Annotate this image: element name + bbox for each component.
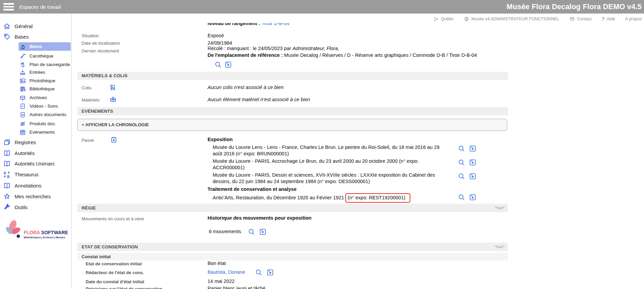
open-book-icon bbox=[3, 182, 11, 190]
user-icon bbox=[464, 16, 469, 22]
books-icon bbox=[19, 86, 26, 92]
back-to-top-link[interactable]: ^haut^ bbox=[495, 206, 505, 210]
svg-text:Bibliothèques | Archives | Mus: Bibliothèques | Archives | Musées bbox=[24, 236, 65, 239]
redacteur-label: Rédacteur de l'état de cons. bbox=[86, 270, 144, 275]
sidebar-item-bases[interactable]: Bases bbox=[3, 32, 29, 41]
materiels-label: Matériels bbox=[82, 97, 100, 103]
search-icon[interactable] bbox=[458, 159, 465, 166]
open-book-icon bbox=[3, 160, 11, 168]
mouvements-count: 6 mouvements bbox=[209, 229, 241, 234]
flora-petals-icon bbox=[5, 219, 21, 236]
quit-button[interactable]: Quitter bbox=[433, 16, 454, 22]
precisions-value: Papier blanc jauni et tâché bbox=[208, 286, 265, 289]
help-link[interactable]: ?Aide bbox=[602, 16, 615, 22]
recolement-value: Récolé : manquant : le 24/05/2023 par Ad… bbox=[208, 46, 339, 51]
carrot-icon bbox=[19, 53, 26, 60]
hamburger-menu-icon[interactable] bbox=[3, 3, 14, 11]
top-bar: Espaces de travail Musée Flora Decalog F… bbox=[0, 0, 644, 14]
mail-icon bbox=[570, 16, 575, 22]
svg-text:FLORA SOFTWARE: FLORA SOFTWARE bbox=[24, 230, 68, 235]
sidebar-item-mes-recherches[interactable]: Mes recherches bbox=[3, 192, 51, 201]
open-record-icon[interactable] bbox=[469, 173, 476, 180]
open-record-icon[interactable] bbox=[266, 269, 274, 276]
sidebar-item-plan-sauvegarde[interactable]: Plan de sauvegarde bbox=[19, 60, 71, 69]
recolement-label: Dernier récolement bbox=[82, 48, 119, 53]
sidebar-item-produits-doc[interactable]: Produits doc. bbox=[19, 119, 71, 128]
archive-box-icon bbox=[19, 94, 26, 101]
toolbox-icon bbox=[109, 95, 117, 103]
open-book-icon bbox=[3, 149, 11, 157]
exposition-item: Musée du Louvre Lens - Lens - France, Ch… bbox=[213, 144, 450, 157]
traitement-title: Traitement de conservation et analyse bbox=[208, 186, 297, 192]
passe-label: Passé bbox=[82, 138, 94, 143]
toggle-chronologie-button[interactable]: + AFFICHER LA CHRONOLOGIE bbox=[77, 119, 507, 131]
registers-icon bbox=[3, 138, 11, 146]
home-icon bbox=[3, 22, 11, 30]
exposition-title: Exposition bbox=[208, 137, 233, 142]
emplacement-value: De l'emplacement de référence : Musée De… bbox=[208, 52, 477, 58]
search-icon[interactable] bbox=[458, 173, 465, 180]
sidebar-item-annotations[interactable]: Annotations bbox=[3, 181, 41, 190]
back-to-top-link[interactable]: ^haut^ bbox=[495, 245, 505, 249]
open-record-icon[interactable] bbox=[469, 159, 476, 166]
open-record-icon[interactable] bbox=[469, 194, 476, 201]
sidebar-item-autorites-unimarc[interactable]: Autorités Unimarc bbox=[3, 159, 55, 168]
user-menu[interactable]: Musée v4 ADMINISTRATEUR FONCTIONNEL bbox=[464, 16, 559, 22]
section-etat-conservation: ETAT DE CONSERVATION^haut^ bbox=[77, 243, 508, 251]
trolley-icon bbox=[109, 83, 117, 91]
sidebar-item-phototheque[interactable]: Photothèque bbox=[19, 76, 71, 85]
sidebar-item-autorites[interactable]: Autorités bbox=[3, 149, 35, 157]
search-icon[interactable] bbox=[458, 194, 465, 201]
video-file-icon bbox=[19, 103, 26, 110]
exposition-item: Musée du Louvre - PARIS, Dessin et scien… bbox=[213, 172, 450, 184]
colis-empty-value: Aucun colis n'est associé à ce bien bbox=[208, 85, 283, 90]
sidebar-item-bibliotheque[interactable]: Bibliothèque bbox=[19, 85, 71, 93]
calendar-icon bbox=[19, 129, 26, 136]
main-content: Quitter Musée v4 ADMINISTRATEUR FONCTION… bbox=[72, 14, 644, 289]
about-link[interactable]: A propos bbox=[625, 17, 642, 21]
sidebar-item-outils[interactable]: Outils bbox=[3, 203, 27, 212]
sidebar-item-carotheque[interactable]: Carothèque bbox=[19, 52, 71, 60]
sidebar-item-thesaurus[interactable]: Thesaurus bbox=[3, 170, 39, 179]
contact-link[interactable]: Contact bbox=[570, 16, 592, 22]
search-icon[interactable] bbox=[248, 228, 255, 236]
localisation-label: Date de localisation bbox=[82, 41, 120, 46]
logout-icon bbox=[433, 16, 439, 22]
etat-initial-value: Bon état bbox=[208, 261, 226, 266]
situation-value: Exposé bbox=[208, 33, 224, 38]
extinguisher-icon bbox=[19, 61, 26, 68]
rangement-link[interactable]: Tiroir D-B-04 bbox=[261, 23, 289, 26]
workspace-label: Espaces de travail bbox=[19, 4, 61, 10]
sidebar-item-archives[interactable]: Archives bbox=[19, 93, 71, 102]
clipped-rangement-line: Niveau de rangement : Tiroir D-B-04 bbox=[208, 23, 465, 29]
date-constat-label: Date du constat d'état initial bbox=[86, 279, 144, 284]
sidebar-item-autres-documents[interactable]: Autres documents bbox=[19, 110, 71, 119]
search-icon[interactable] bbox=[255, 269, 262, 276]
precisions-label: Précisions sur l'état de conservation bbox=[86, 286, 162, 289]
date-constat-value: 14 mai 2022 bbox=[208, 279, 235, 284]
sidebar-item-entrees[interactable]: Entrées bbox=[19, 68, 71, 76]
situation-label: Situation bbox=[82, 33, 99, 38]
sidebar-item-registres[interactable]: Registres bbox=[3, 138, 36, 147]
sidebar-item-videos-sons[interactable]: Vidéos - Sons bbox=[19, 102, 71, 110]
rangement-label: Niveau de rangement : bbox=[208, 23, 260, 26]
etat-initial-label: Etat de conservation initial bbox=[86, 261, 142, 266]
tag-icon bbox=[3, 33, 11, 41]
open-record-icon[interactable] bbox=[224, 61, 232, 68]
sidebar-item-biens[interactable]: Biens bbox=[19, 42, 71, 51]
sheets-icon bbox=[19, 120, 26, 127]
sidebar-item-general[interactable]: Général bbox=[3, 22, 33, 30]
search-icon[interactable] bbox=[214, 61, 222, 68]
thesaurus-ab-icon bbox=[3, 171, 11, 178]
constat-initial-bar: Constat initial bbox=[77, 253, 508, 261]
utility-bar: Quitter Musée v4 ADMINISTRATEUR FONCTION… bbox=[433, 16, 642, 22]
calendar-plus-icon[interactable] bbox=[110, 136, 117, 143]
redacteur-link[interactable]: Bautista, Doriane bbox=[208, 269, 245, 275]
open-record-icon[interactable] bbox=[469, 145, 476, 152]
localisation-value: 24/09/1984 bbox=[208, 40, 232, 46]
flora-app: Espaces de travail Musée Flora Decalog F… bbox=[0, 0, 644, 289]
image-icon bbox=[19, 77, 26, 84]
sidebar-item-evenements[interactable]: Evènements bbox=[19, 128, 71, 136]
open-record-icon[interactable] bbox=[259, 228, 266, 236]
search-icon[interactable] bbox=[458, 145, 465, 152]
